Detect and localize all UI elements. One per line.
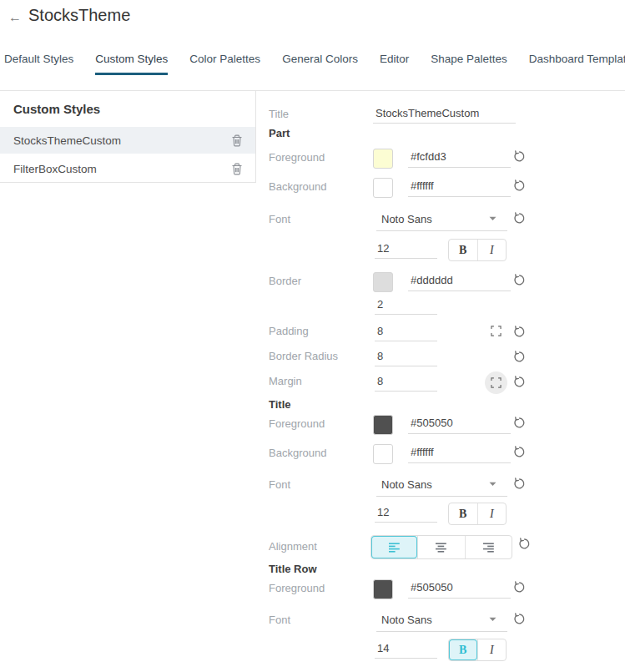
tab-dashboard-templates[interactable]: Dashboard Templates (529, 53, 625, 75)
field-label: Title (269, 108, 289, 120)
field-label: Border Radius (269, 350, 338, 362)
list-item-filterboxcustom[interactable]: FilterBoxCustom (0, 154, 255, 182)
field-label: Font (269, 213, 290, 225)
chevron-down-icon (489, 216, 496, 221)
font-family-dropdown[interactable]: Noto Sans (376, 476, 507, 497)
margin-input[interactable] (375, 374, 437, 392)
reset-icon[interactable] (512, 613, 526, 626)
hex-input[interactable] (408, 178, 511, 197)
custom-styles-panel: Custom Styles StocksThemeCustom FilterBo… (0, 91, 256, 183)
delete-icon[interactable] (231, 163, 243, 175)
field-label: Foreground (269, 582, 325, 594)
font-size-input[interactable] (375, 505, 437, 523)
italic-button[interactable]: I (477, 639, 507, 660)
color-swatch[interactable] (373, 579, 393, 599)
bold-button[interactable]: B (449, 639, 477, 660)
field-label: Foreground (269, 417, 325, 430)
bold-button[interactable]: B (449, 240, 477, 260)
field-label: Font (269, 478, 290, 491)
reset-icon[interactable] (512, 326, 526, 339)
reset-icon[interactable] (512, 274, 526, 287)
border-radius-input[interactable] (375, 349, 437, 366)
reset-icon[interactable] (512, 376, 526, 389)
hex-input[interactable] (408, 444, 511, 463)
page-title: StocksTheme (28, 6, 130, 25)
list-item-label: FilterBoxCustom (13, 163, 97, 175)
chevron-down-icon (489, 617, 496, 622)
color-swatch[interactable] (373, 444, 393, 464)
tab-general-colors[interactable]: General Colors (282, 53, 358, 75)
font-family-dropdown[interactable]: Noto Sans (376, 611, 507, 632)
title-input[interactable] (373, 105, 516, 124)
tab-custom-styles[interactable]: Custom Styles (95, 53, 168, 75)
tab-shape-palettes[interactable]: Shape Palettes (431, 53, 507, 75)
align-center-button[interactable] (417, 536, 464, 558)
tab-color-palettes[interactable]: Color Palettes (189, 53, 260, 75)
font-family-value: Noto Sans (381, 213, 432, 225)
color-swatch[interactable] (373, 149, 393, 169)
delete-icon[interactable] (231, 134, 243, 147)
reset-icon[interactable] (512, 417, 526, 430)
expand-sides-icon[interactable] (485, 371, 507, 394)
bold-italic-group: B I (448, 503, 507, 525)
font-size-input[interactable] (375, 241, 437, 259)
field-label: Foreground (269, 151, 325, 164)
tab-editor[interactable]: Editor (380, 53, 409, 75)
hex-input[interactable] (408, 272, 511, 291)
reset-icon[interactable] (512, 212, 526, 225)
field-label: Border (269, 275, 301, 287)
reset-icon[interactable] (512, 581, 526, 594)
reset-icon[interactable] (512, 150, 526, 164)
panel-title: Custom Styles (0, 91, 255, 125)
italic-button[interactable]: I (477, 240, 507, 260)
font-size-input[interactable] (375, 641, 437, 659)
bold-italic-group: B I (448, 639, 507, 661)
hex-input[interactable] (408, 415, 511, 434)
hex-input[interactable] (408, 579, 511, 599)
color-swatch[interactable] (373, 415, 393, 435)
reset-icon[interactable] (512, 179, 526, 193)
chevron-down-icon (489, 482, 496, 487)
align-left-button[interactable] (371, 536, 417, 558)
hex-input[interactable] (408, 149, 511, 168)
field-label: Padding (269, 325, 309, 337)
bold-italic-group: B I (448, 239, 507, 261)
field-label: Font (269, 614, 290, 626)
reset-icon[interactable] (517, 538, 531, 551)
field-label: Margin (269, 375, 302, 387)
reset-icon[interactable] (512, 351, 526, 364)
theme-editor-page: ← StocksTheme Default Styles Custom Styl… (0, 0, 625, 672)
border-width-input[interactable] (375, 297, 437, 315)
reset-icon[interactable] (512, 446, 526, 459)
font-family-value: Noto Sans (381, 478, 432, 491)
reset-icon[interactable] (512, 477, 526, 491)
color-swatch[interactable] (373, 272, 393, 292)
bold-button[interactable]: B (449, 503, 477, 524)
field-label: Background (269, 180, 326, 193)
align-right-button[interactable] (465, 536, 512, 558)
alignment-group (370, 535, 512, 559)
list-item-stocksthemecustom[interactable]: StocksThemeCustom (0, 125, 255, 154)
list-item-label: StocksThemeCustom (13, 134, 121, 147)
field-label: Alignment (269, 540, 317, 553)
field-label: Background (269, 447, 326, 459)
padding-input[interactable] (375, 324, 437, 341)
font-family-value: Noto Sans (381, 614, 432, 626)
font-family-dropdown[interactable]: Noto Sans (376, 210, 507, 231)
back-arrow-icon[interactable]: ← (8, 10, 22, 25)
tab-bar: Default Styles Custom Styles Color Palet… (4, 53, 625, 75)
color-swatch[interactable] (373, 178, 393, 198)
tab-default-styles[interactable]: Default Styles (4, 53, 73, 75)
italic-button[interactable]: I (477, 503, 507, 524)
expand-sides-icon[interactable] (491, 326, 504, 339)
